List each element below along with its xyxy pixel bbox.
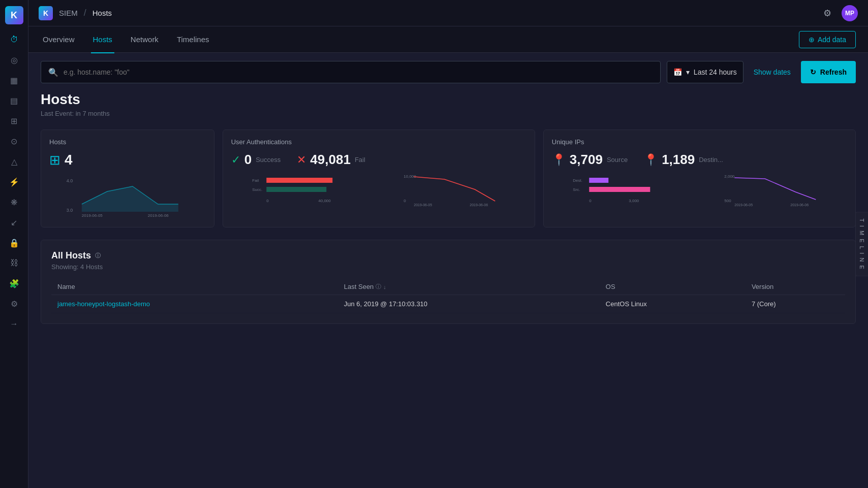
svg-text:3,000: 3,000 — [629, 199, 639, 203]
sidebar-item-alert[interactable]: △ — [5, 152, 23, 171]
sidebar-item-pin[interactable]: ↙ — [5, 213, 23, 232]
sidebar-item-calendar[interactable]: ⊞ — [5, 112, 23, 130]
success-label: Success — [256, 156, 281, 164]
topbar-logo-text: K — [43, 9, 48, 17]
refresh-button[interactable]: ↻ Refresh — [801, 61, 856, 83]
sidebar-item-settings[interactable]: ⚙ — [5, 295, 23, 313]
col-os: OS — [600, 279, 746, 295]
all-hosts-section: All Hosts ⓘ Showing: 4 Hosts Name Last S… — [41, 240, 856, 324]
search-input[interactable] — [64, 68, 653, 76]
sidebar-item-links[interactable]: ⛓ — [5, 254, 23, 272]
user-auth-card: User Authentications ✓ 0 Success ✕ 49,08… — [223, 129, 535, 227]
sidebar-item-dashboard[interactable]: ◎ — [5, 51, 23, 69]
fail-label: Fail — [355, 156, 365, 164]
page-subtitle: Last Event: in 7 months — [41, 110, 856, 117]
sidebar-item-user[interactable]: ⊙ — [5, 132, 23, 150]
page-body: Hosts Last Event: in 7 months Hosts ⊞ 4 … — [28, 91, 868, 488]
auth-line-svg: 10,000 0 2019-06-05 2019-06-06 — [383, 172, 526, 207]
col-name: Name — [51, 279, 338, 295]
ips-mini-charts: Dest. Src. 0 3,000 2,000 500 — [552, 172, 847, 209]
tab-overview[interactable]: Overview — [41, 27, 77, 53]
source-count: 3,709 — [570, 152, 603, 168]
host-last-seen-cell: Jun 6, 2019 @ 17:10:03.310 — [338, 295, 600, 313]
svg-text:Fail: Fail — [252, 178, 259, 183]
sidebar-item-home[interactable]: ⏱ — [5, 30, 23, 49]
all-hosts-info-icon[interactable]: ⓘ — [95, 252, 101, 259]
sidebar-item-bolt[interactable]: ⚡ — [5, 173, 23, 191]
time-range-picker[interactable]: 📅 ▾ Last 24 hours — [667, 61, 743, 83]
hosts-card: Hosts ⊞ 4 4.0 3.0 2019-06-05 2019-06-06 — [41, 129, 214, 227]
dest-label: Destin... — [699, 156, 723, 164]
success-icon: ✓ — [231, 153, 240, 167]
svg-text:2019-06-05: 2019-06-05 — [82, 213, 103, 217]
main-content: K SIEM / Hosts ⚙ MP Overview Hosts Netwo… — [28, 0, 868, 488]
hosts-table: Name Last Seen ⓘ ↓ OS — [51, 279, 845, 313]
tab-timelines[interactable]: Timelines — [175, 27, 211, 53]
auth-mini-charts: Fail Succ. 0 40,000 10,000 0 — [231, 172, 526, 209]
user-auth-stats: ✓ 0 Success ✕ 49,081 Fail — [231, 152, 526, 168]
app-logo[interactable]: K — [5, 6, 23, 24]
tab-hosts[interactable]: Hosts — [91, 27, 114, 53]
svg-text:Src.: Src. — [573, 187, 580, 192]
hosts-line-chart: 4.0 3.0 2019-06-05 2019-06-06 — [49, 176, 206, 217]
tab-bar: Overview Hosts Network Timelines ⊕ Add d… — [28, 26, 868, 53]
hosts-grid-icon: ⊞ — [49, 152, 60, 168]
show-dates-button[interactable]: Show dates — [750, 61, 795, 83]
svg-rect-16 — [589, 178, 608, 183]
source-pin-icon: 📍 — [552, 153, 566, 167]
sidebar-item-expand[interactable]: → — [5, 315, 23, 333]
sidebar-item-ml[interactable]: 🧩 — [5, 274, 23, 292]
svg-text:2019-06-05: 2019-06-05 — [735, 203, 753, 207]
hosts-count: 4 — [65, 152, 73, 168]
hosts-card-stats: ⊞ 4 — [49, 152, 206, 168]
sidebar-item-charts[interactable]: ▦ — [5, 71, 23, 89]
calendar-icon: 📅 — [673, 68, 682, 76]
settings-icon[interactable]: ⚙ — [819, 5, 835, 21]
hosts-card-title: Hosts — [49, 138, 206, 146]
success-stat: ✓ 0 Success — [231, 152, 281, 168]
svg-text:500: 500 — [725, 199, 732, 203]
svg-text:0: 0 — [266, 199, 269, 203]
unique-ips-title: Unique IPs — [552, 138, 847, 146]
topbar-brand: SIEM — [59, 9, 78, 17]
topbar-logo: K — [39, 6, 53, 20]
stats-cards-row: Hosts ⊞ 4 4.0 3.0 2019-06-05 2019-06-06 — [41, 129, 856, 227]
all-hosts-subtitle: Showing: 4 Hosts — [51, 263, 845, 271]
user-auth-title: User Authentications — [231, 138, 526, 146]
svg-text:2,000: 2,000 — [725, 174, 735, 179]
last-seen-info-icon: ⓘ — [376, 283, 381, 290]
unique-ips-card: Unique IPs 📍 3,709 Source 📍 1,189 Destin… — [543, 129, 856, 227]
timeline-tab[interactable]: T I M E L I N E — [855, 212, 868, 277]
all-hosts-title: All Hosts ⓘ — [51, 250, 845, 261]
page-title: Hosts — [41, 91, 856, 108]
fail-count: 49,081 — [310, 152, 351, 168]
svg-text:4.0: 4.0 — [67, 178, 73, 183]
tab-network[interactable]: Network — [129, 27, 161, 53]
sidebar: K ⏱ ◎ ▦ ▤ ⊞ ⊙ △ ⚡ ❋ ↙ 🔒 ⛓ 🧩 ⚙ → — [0, 0, 28, 488]
svg-text:2019-06-06: 2019-06-06 — [791, 203, 809, 207]
plus-icon: ⊕ — [809, 36, 815, 44]
svg-rect-8 — [266, 187, 326, 192]
svg-text:3.0: 3.0 — [67, 208, 73, 213]
topbar-page: Hosts — [92, 9, 112, 17]
success-count: 0 — [244, 152, 252, 168]
fail-stat: ✕ 49,081 Fail — [297, 152, 365, 168]
unique-ips-stats: 📍 3,709 Source 📍 1,189 Destin... — [552, 152, 847, 168]
col-last-seen[interactable]: Last Seen ⓘ ↓ — [338, 279, 600, 295]
dest-stat: 📍 1,189 Destin... — [644, 152, 723, 168]
svg-text:2019-06-06: 2019-06-06 — [470, 203, 488, 207]
source-label: Source — [607, 156, 628, 164]
add-data-button[interactable]: ⊕ Add data — [799, 31, 856, 48]
avatar[interactable]: MP — [842, 5, 858, 21]
host-name-cell[interactable]: james-honeypot-logstash-demo — [51, 295, 338, 313]
logo-text: K — [11, 10, 17, 21]
svg-marker-2 — [82, 186, 178, 212]
table-row: james-honeypot-logstash-demo Jun 6, 2019… — [51, 295, 845, 313]
svg-text:Dest.: Dest. — [573, 178, 582, 183]
sidebar-item-lock[interactable]: 🔒 — [5, 234, 23, 252]
chevron-down-icon: ▾ — [686, 68, 690, 76]
time-range-label: Last 24 hours — [694, 68, 737, 76]
sidebar-item-list[interactable]: ▤ — [5, 91, 23, 110]
sidebar-item-connect[interactable]: ❋ — [5, 193, 23, 211]
search-icon: 🔍 — [48, 68, 58, 77]
